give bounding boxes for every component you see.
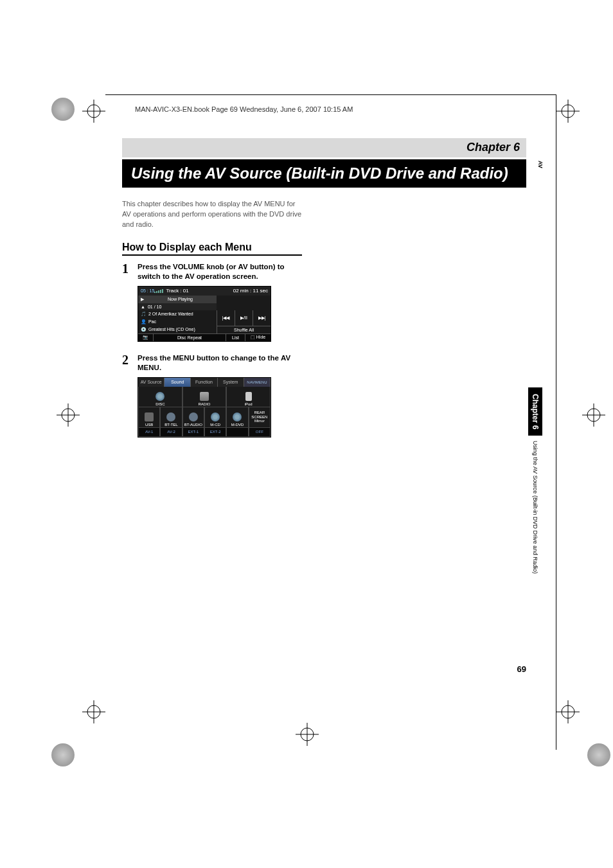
camera-icon[interactable]: 📷 (138, 334, 154, 341)
tab-navi-menu[interactable]: NAVIMENU (244, 378, 271, 387)
side-tab: Chapter 6 Using the AV Source (Built-in … (528, 387, 544, 579)
source-disc[interactable]: DISC (138, 387, 182, 407)
track-label: Track : 01 (166, 288, 188, 294)
source-empty (226, 428, 248, 437)
step-2: 2 Press the MENU button to change to the… (122, 353, 302, 373)
chapter-banner: Chapter 6 (122, 138, 526, 157)
registration-mark (82, 700, 105, 723)
av-menu-screenshot: AV Source Sound Function System NAVIMENU… (138, 377, 271, 438)
source-m-cd[interactable]: M-CD (204, 407, 226, 428)
step-number: 1 (122, 262, 131, 282)
frame-line (105, 94, 556, 95)
source-ipod[interactable]: iPod (226, 387, 271, 407)
print-header: MAN-AVIC-X3-EN.book Page 69 Wednesday, J… (135, 105, 353, 113)
song-title: 2 Of Amerikaz Wanted (148, 312, 193, 316)
usb-icon (145, 412, 154, 421)
artist-icon: 👤 (141, 319, 146, 324)
section-heading: How to Display each Menu (122, 242, 302, 256)
tab-function[interactable]: Function (191, 378, 217, 387)
page-number: 69 (517, 664, 526, 674)
source-bt-tel[interactable]: BT-TEL (160, 407, 182, 428)
print-ornament (51, 98, 75, 121)
registration-mark (556, 700, 580, 723)
step-text: Press the VOLUME knob (or AV button) to … (138, 262, 302, 282)
disc-icon: 💿 (141, 327, 146, 332)
source-m-dvd[interactable]: M-DVD (226, 407, 248, 428)
now-playing: Now Playing (147, 297, 214, 301)
registration-mark (296, 723, 319, 746)
source-usb[interactable]: USB (138, 407, 160, 428)
print-ornament (51, 743, 75, 766)
shuffle-button[interactable]: Shuffle All (217, 326, 271, 333)
source-av2[interactable]: AV-2 (160, 428, 182, 437)
source-off[interactable]: OFF (249, 428, 271, 437)
av-operation-screenshot: 05 : 15 Track : 01 02 min : 11 sec ▶Now … (138, 286, 271, 342)
track-counter: 01 / 10 (148, 305, 161, 309)
hide-button[interactable]: ⬚ Hide (245, 334, 271, 341)
artist-name: Pac (148, 319, 156, 324)
source-ext2[interactable]: EXT-2 (204, 428, 226, 437)
print-ornament (587, 743, 610, 766)
registration-mark (556, 100, 580, 123)
clock: 05 : 15 (141, 288, 154, 293)
registration-mark (582, 403, 605, 427)
registration-mark (82, 100, 105, 123)
print-header-text: MAN-AVIC-X3-EN.book Page 69 Wednesday, J… (135, 105, 353, 113)
up-icon: ▲ (141, 305, 145, 309)
cd-icon (211, 412, 220, 421)
bt-tel-icon (166, 412, 175, 421)
disc-icon (155, 392, 164, 401)
bt-audio-icon (189, 412, 198, 421)
side-chapter-label: Chapter 6 (528, 387, 542, 436)
signal-icon (154, 289, 166, 293)
play-pause-button[interactable]: ▶/II (235, 310, 253, 326)
ipod-icon (245, 392, 252, 401)
play-icon: ▶ (141, 297, 144, 302)
next-button[interactable]: ▶▶| (253, 310, 271, 326)
registration-mark (57, 403, 80, 427)
step-number: 2 (122, 353, 131, 373)
source-bt-audio[interactable]: BT-AUDIO (182, 407, 204, 428)
side-caption: Using the AV Source (Built-in DVD Drive … (528, 436, 542, 579)
source-rear-screen[interactable]: REARSCREENMirror (249, 407, 271, 428)
tab-system[interactable]: System (218, 378, 244, 387)
side-section-label: AV (535, 161, 544, 168)
frame-line (556, 94, 556, 750)
prev-button[interactable]: |◀◀ (217, 310, 235, 326)
source-av1[interactable]: AV-1 (138, 428, 160, 437)
repeat-button[interactable]: Disc Repeat (154, 334, 226, 341)
album-name: Greatest Hits (CD One) (148, 327, 195, 332)
source-radio[interactable]: RADIO (182, 387, 227, 407)
step-1: 1 Press the VOLUME knob (or AV button) t… (122, 262, 302, 282)
elapsed-time: 02 min : 11 sec (233, 288, 268, 294)
tab-av-source[interactable]: AV Source (138, 378, 164, 387)
intro-paragraph: This chapter describes how to display th… (122, 199, 302, 230)
radio-icon (200, 392, 209, 401)
tab-sound[interactable]: Sound (164, 378, 191, 387)
page-title: Using the AV Source (Built-in DVD Drive … (122, 159, 526, 188)
source-ext1[interactable]: EXT-1 (182, 428, 204, 437)
note-icon: 🎵 (141, 312, 146, 317)
list-button[interactable]: List (226, 334, 245, 341)
step-text: Press the MENU button to change to the A… (138, 353, 302, 373)
dvd-icon (233, 412, 242, 421)
